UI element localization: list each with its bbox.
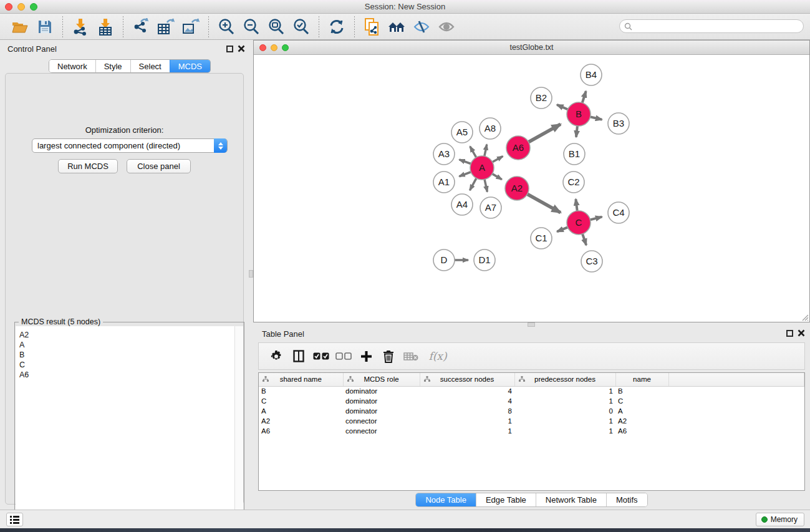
open-session-icon[interactable] (9, 17, 31, 37)
edge-A-A4[interactable] (470, 177, 476, 190)
edge-B-B1[interactable] (576, 125, 577, 137)
edge-A6-B[interactable] (528, 124, 561, 143)
edge-C-C2[interactable] (576, 199, 577, 212)
tab-network-table[interactable]: Network Table (536, 493, 606, 506)
column-header-name[interactable]: name (615, 373, 668, 386)
hide-selected-icon[interactable] (412, 17, 433, 37)
result-list-item[interactable]: A (19, 340, 234, 350)
export-image-icon[interactable] (180, 17, 201, 37)
edge-A-A6[interactable] (491, 157, 503, 163)
table-row[interactable]: A6connector11A6 (259, 426, 804, 436)
search-field[interactable] (619, 19, 804, 33)
search-input[interactable] (632, 22, 803, 31)
zoom-out-icon[interactable] (241, 17, 262, 37)
column-header-shared-name[interactable]: shared name (259, 373, 343, 386)
close-panel-button[interactable]: Close panel (127, 159, 191, 173)
edge-B-B4[interactable] (582, 91, 586, 104)
node-label-C4: C4 (612, 207, 624, 218)
table-row[interactable]: A2connector11A2 (259, 416, 804, 426)
control-panel: Control Panel NetworkStyleSelectMCDS Opt… (0, 40, 249, 510)
edge-C-C1[interactable] (557, 227, 569, 232)
memory-status-icon (761, 516, 768, 523)
memory-button[interactable]: Memory (756, 513, 804, 526)
show-column-icon[interactable] (289, 346, 308, 366)
tab-mcds[interactable]: MCDS (170, 60, 210, 72)
task-list-icon (10, 516, 19, 524)
hierarchy-icon (347, 376, 354, 382)
tab-select[interactable]: Select (130, 60, 170, 72)
edge-A-A7[interactable] (485, 178, 488, 192)
node-label-A6: A6 (513, 142, 524, 153)
export-table-icon[interactable] (155, 17, 176, 37)
edge-A2-C[interactable] (526, 193, 561, 213)
horizontal-splitter[interactable] (253, 322, 810, 327)
table-row[interactable]: Cdominator41C (259, 396, 804, 406)
network-view-window: testGlobe.txt B4B2BB3A5A8A6A3B1AA1C2A2A4… (253, 40, 810, 322)
optimization-criterion-dropdown[interactable]: largest connected component (directed) (32, 138, 228, 153)
edge-A-A1[interactable] (459, 172, 472, 177)
hierarchy-icon (263, 376, 269, 382)
table-options-gear-icon[interactable] (267, 346, 286, 366)
tab-edge-table[interactable]: Edge Table (476, 493, 536, 506)
add-column-icon[interactable] (357, 346, 375, 366)
vertical-splitter[interactable] (249, 40, 253, 510)
node-label-A5: A5 (456, 127, 468, 137)
close-panel-icon[interactable] (238, 45, 245, 52)
zoom-fit-icon[interactable] (266, 17, 287, 37)
show-all-icon[interactable] (436, 17, 458, 37)
network-window-titlebar[interactable]: testGlobe.txt (254, 41, 809, 55)
refresh-icon[interactable] (326, 17, 347, 37)
table-close-panel-icon[interactable] (798, 329, 805, 337)
column-header-mcds-role[interactable]: MCDS role (343, 373, 420, 386)
delete-table-icon[interactable] (402, 346, 420, 366)
float-panel-icon[interactable] (226, 46, 233, 52)
table-float-panel-icon[interactable] (786, 330, 793, 337)
result-list-item[interactable]: A2 (19, 330, 234, 340)
tab-style[interactable]: Style (95, 60, 130, 72)
tab-motifs[interactable]: Motifs (606, 493, 647, 506)
result-list-scrollbar[interactable] (235, 326, 243, 532)
tab-network[interactable]: Network (49, 60, 95, 72)
edge-C-C3[interactable] (582, 233, 586, 245)
save-session-icon[interactable] (34, 17, 55, 37)
edge-C-C4[interactable] (589, 217, 602, 220)
table-row[interactable]: Bdominator41B (259, 386, 804, 396)
edge-B-B3[interactable] (589, 117, 602, 120)
result-list-item[interactable]: B (19, 350, 234, 360)
first-neighbors-icon[interactable] (387, 17, 408, 37)
network-graph[interactable]: B4B2BB3A5A8A6A3B1AA1C2A2A4A7CC4C1C3DD1 (254, 55, 809, 322)
mcds-result-list[interactable]: A2ABCA6 (16, 326, 235, 532)
result-list-item[interactable]: A6 (19, 370, 234, 380)
column-header-successor-nodes[interactable]: successor nodes (420, 373, 514, 386)
control-panel-tabs: NetworkStyleSelectMCDS (49, 59, 211, 73)
node-table[interactable]: shared nameMCDS rolesuccessor nodesprede… (258, 372, 805, 491)
run-mcds-button[interactable]: Run MCDS (58, 159, 118, 173)
import-table-icon[interactable] (95, 17, 116, 37)
edge-A-A5[interactable] (470, 147, 477, 158)
optimization-criterion-label: Optimization criterion: (6, 125, 243, 135)
task-history-button[interactable] (6, 513, 23, 526)
delete-column-icon[interactable] (379, 346, 398, 366)
edge-A-A2[interactable] (491, 173, 502, 180)
main-titlebar: Session: New Session (0, 0, 810, 14)
node-label-B2: B2 (536, 92, 547, 103)
table-row[interactable]: Adominator80A (259, 406, 804, 416)
select-all-icon[interactable] (312, 346, 330, 366)
export-network-icon[interactable] (130, 17, 152, 37)
edge-B-B2[interactable] (557, 105, 569, 110)
edge-A-A3[interactable] (460, 160, 472, 164)
zoom-selected-icon[interactable] (291, 17, 312, 37)
clone-network-icon[interactable] (362, 17, 383, 37)
network-window-title: testGlobe.txt (254, 43, 809, 52)
dropdown-stepper-icon (214, 138, 227, 153)
zoom-in-icon[interactable] (216, 17, 237, 37)
network-canvas[interactable]: B4B2BB3A5A8A6A3B1AA1C2A2A4A7CC4C1C3DD1 (254, 55, 809, 322)
search-icon (624, 22, 632, 31)
tab-node-table[interactable]: Node Table (416, 493, 476, 506)
result-list-item[interactable]: C (19, 360, 234, 370)
edge-A-A8[interactable] (484, 145, 486, 158)
import-network-icon[interactable] (70, 17, 91, 37)
column-header-predecessor-nodes[interactable]: predecessor nodes (514, 373, 615, 386)
deselect-all-icon[interactable] (334, 346, 353, 366)
window-resize-grip-icon[interactable] (800, 312, 809, 321)
